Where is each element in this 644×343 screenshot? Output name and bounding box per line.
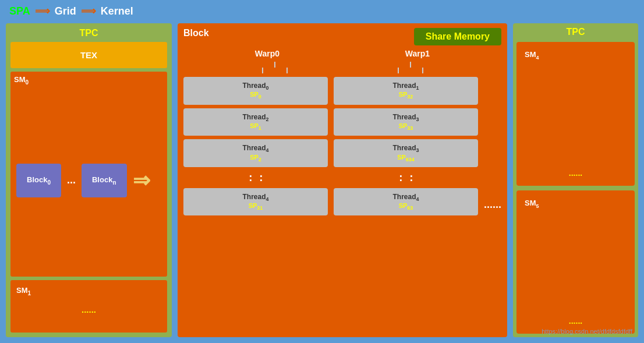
arrow2: ⟹: [81, 5, 96, 17]
blockn-box: Blockn: [82, 164, 127, 197]
block-title: Block: [183, 28, 209, 38]
sm5-box: SM5 ......: [516, 190, 635, 334]
warps-row: Warp0 Warp1: [183, 49, 501, 58]
warp1-col: Thread1 SP32 Thread3 SP33 Thread3 SP634 …: [334, 77, 478, 333]
sp33-label: SP33: [399, 122, 413, 131]
sm1-label: SM1: [16, 286, 161, 296]
block-header: Block Share Memory: [183, 28, 501, 45]
tpc-left: TPC TEX SM0 Block0 ... Blockn ⇒ SM1 ....…: [6, 23, 172, 337]
blocks-dots: ...: [67, 174, 76, 186]
conn-warp0: [262, 62, 288, 73]
thread2-name: Thread2: [242, 113, 268, 122]
top-bar: SPA ⟹ Grid ⟹ Kernel: [0, 0, 143, 22]
block-middle: Block Share Memory Warp0 Warp1: [178, 23, 507, 337]
thread3b-box: Thread3 SP634: [334, 139, 478, 167]
sm5-label: SM5: [525, 199, 627, 209]
thread1-box: Thread1 SP32: [334, 77, 478, 105]
tex-box: TEX: [10, 42, 167, 68]
connectors: [183, 62, 501, 73]
tpc-left-title: TPC: [10, 28, 167, 38]
warp1-label: Warp1: [345, 49, 490, 58]
thread4b-name: Thread4: [242, 193, 268, 202]
main-container: TPC TEX SM0 Block0 ... Blockn ⇒ SM1 ....…: [6, 23, 638, 337]
tpc-right: TPC SM4 ...... SM5 ......: [513, 23, 638, 337]
blocks-row: Block0 ... Blockn ⇒: [14, 88, 164, 273]
arrow1: ⟹: [35, 5, 50, 17]
share-memory-badge: Share Memory: [414, 28, 501, 45]
sm5-dots: ......: [525, 316, 627, 326]
warp0-col: Thread0 SP0 Thread2 SP1 Thread4 SP2 ：： T…: [183, 77, 328, 333]
sp0-label: SP0: [250, 91, 261, 100]
thread4b-box: Thread4 SP31: [183, 188, 328, 216]
right-col-dots: ......: [484, 77, 501, 333]
sm1-dots: ......: [16, 305, 161, 314]
sm0-label: SM0: [14, 75, 164, 86]
thread3b-name: Thread3: [392, 144, 419, 153]
thread0-name: Thread0: [242, 82, 268, 91]
warp0-label: Warp0: [195, 49, 339, 58]
kernel-label: Kernel: [101, 5, 133, 17]
thread1-name: Thread1: [392, 82, 419, 91]
conn-warp1: [398, 62, 423, 73]
block0-box: Block0: [16, 164, 61, 197]
mid-dots-right: ：：: [334, 171, 478, 185]
thread4c-box: Thread4 SP63: [334, 188, 478, 216]
thread4a-box: Thread4 SP2: [183, 139, 328, 167]
thread4a-name: Thread4: [242, 144, 268, 153]
sm4-label: SM4: [525, 50, 627, 61]
watermark: https://blog.csdn.net/dfdfdsfdfdff: [542, 328, 632, 335]
thread0-box: Thread0 SP0: [183, 77, 328, 105]
tpc-right-title: TPC: [516, 27, 635, 37]
sm4-box: SM4 ......: [516, 42, 635, 186]
thread2-box: Thread2 SP1: [183, 108, 328, 136]
sp2-label: SP2: [250, 154, 261, 162]
sm4-dots: ......: [525, 168, 627, 178]
sm0-section: SM0 Block0 ... Blockn ⇒: [10, 72, 167, 277]
mid-dots-left: ：：: [183, 171, 328, 185]
thread3a-box: Thread3 SP33: [334, 108, 478, 136]
grid-label: Grid: [55, 5, 76, 17]
threads-grid: Thread0 SP0 Thread2 SP1 Thread4 SP2 ：： T…: [183, 77, 501, 333]
thread3a-name: Thread3: [392, 113, 419, 122]
sp1-label: SP1: [250, 122, 261, 131]
spa-label: SPA: [9, 5, 30, 17]
sm1-section: SM1 ......: [10, 280, 167, 333]
sp32-label: SP32: [399, 91, 413, 100]
sp63-label: SP63: [399, 202, 413, 211]
sp634-label: SP634: [397, 154, 415, 162]
sp31-label: SP31: [249, 202, 263, 211]
thread4c-name: Thread4: [392, 193, 419, 202]
tex-label: TEX: [80, 50, 97, 60]
arrow-expand: ⇒: [133, 168, 150, 193]
